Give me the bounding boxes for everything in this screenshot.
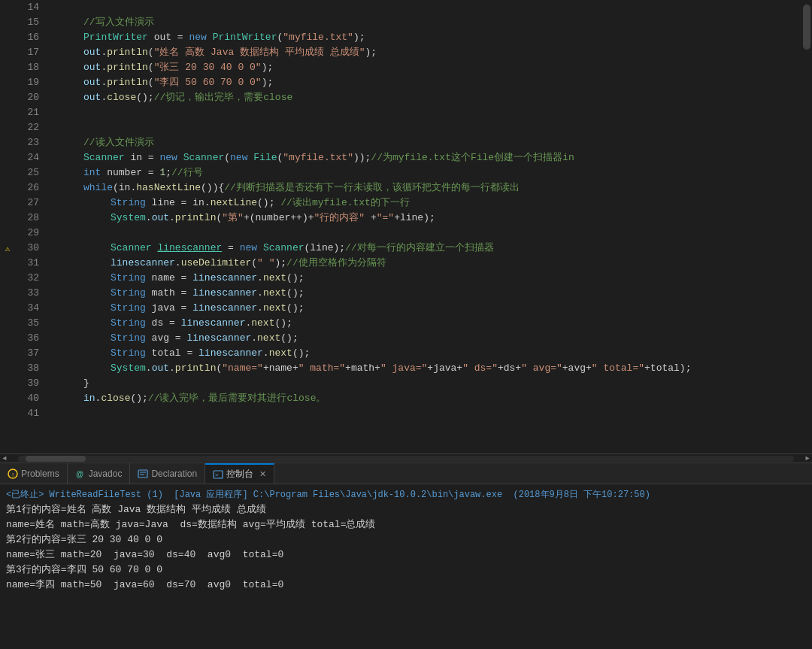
gutter-16 (0, 30, 15, 45)
code-line-40: in.close();//读入完毕，最后需要对其进行close。 (56, 391, 801, 406)
tab-declaration-label: Declaration (151, 469, 197, 479)
code-line-20: out.close();//切记，输出完毕，需要close (56, 90, 801, 105)
gutter-26 (0, 180, 15, 196)
gutter-40 (0, 391, 15, 406)
gutter-39 (0, 376, 15, 391)
gutter-21 (0, 105, 15, 120)
line-num-27: 27 (15, 196, 45, 211)
line-num-36: 36 (15, 331, 45, 346)
gutter-35 (0, 316, 15, 331)
line-num-40: 40 (15, 391, 45, 406)
line-num-30: 30 (15, 241, 45, 256)
code-line-30: Scanner linescanner = new Scanner(line);… (56, 241, 801, 256)
console-line-1: 第1行的内容=姓名 高数 Java 数据结构 平均成绩 总成绩 (6, 502, 806, 517)
gutter-41 (0, 406, 15, 421)
line-num-22: 22 (15, 120, 45, 135)
code-line-37: String total = linescanner.next(); (56, 346, 801, 361)
code-content[interactable]: //写入文件演示 PrintWriter out = new PrintWrit… (53, 0, 801, 453)
gutter-14 (0, 0, 15, 15)
code-line-29 (56, 226, 801, 241)
line-num-14: 14 (15, 0, 45, 15)
gutter-34 (0, 301, 15, 316)
tab-console[interactable]: >_ 控制台 ✕ (205, 463, 274, 484)
pw-class: PrintWriter (83, 30, 148, 45)
code-line-38: System.out.println("name="+name+" math="… (56, 361, 801, 376)
line-num-24: 24 (15, 150, 45, 165)
line-num-32: 32 (15, 271, 45, 286)
gutter-31 (0, 256, 15, 271)
h-scrollbar-thumb[interactable] (26, 456, 86, 462)
gutter-18 (0, 60, 15, 75)
bottom-tab-bar: ! Problems @ Javadoc Declaration >_ 控制台 … (0, 462, 812, 484)
code-line-16: PrintWriter out = new PrintWriter("myfil… (56, 30, 801, 45)
line-num-20: 20 (15, 90, 45, 105)
line-num-38: 38 (15, 361, 45, 376)
gutter-32 (0, 271, 15, 286)
svg-text:>_: >_ (215, 472, 223, 478)
code-line-28: System.out.println("第"+(number++)+"行的内容"… (56, 211, 801, 226)
code-line-21 (56, 105, 801, 120)
line-num-34: 34 (15, 301, 45, 316)
gutter-22 (0, 120, 15, 135)
code-line-35: String ds = linescanner.next(); (56, 316, 801, 331)
line-num-23: 23 (15, 135, 45, 150)
tab-javadoc-label: Javadoc (89, 469, 123, 479)
console-line-5: 第3行的内容=李四 50 60 70 0 0 (6, 563, 806, 578)
tab-javadoc[interactable]: @ Javadoc (68, 463, 131, 484)
gutter-19 (0, 75, 15, 90)
tab-problems-label: Problems (21, 469, 59, 479)
line-num-15: 15 (15, 15, 45, 30)
h-scrollbar-track (18, 456, 794, 462)
code-line-41 (56, 406, 801, 421)
tab-console-close[interactable]: ✕ (259, 469, 266, 479)
code-line-23: //读入文件演示 (56, 135, 801, 150)
horizontal-scrollbar[interactable]: ◄ ► (0, 453, 812, 462)
gutter-29 (0, 226, 15, 241)
code-line-27: String line = in.nextLine(); //读出myfile.… (56, 196, 801, 211)
code-line-31: linescanner.useDelimiter(" ");//使用空格作为分隔… (56, 256, 801, 271)
code-line-18: out.println("张三 20 30 40 0 0"); (56, 60, 801, 75)
code-line-26: while(in.hasNextLine()){//判断扫描器是否还有下一行未读… (56, 180, 801, 196)
code-line-34: String java = linescanner.next(); (56, 301, 801, 316)
line-num-35: 35 (15, 316, 45, 331)
console-tab-icon: >_ (213, 469, 223, 480)
gutter-28 (0, 211, 15, 226)
gutter-23 (0, 135, 15, 150)
line-num-25: 25 (15, 165, 45, 180)
gutter-37 (0, 346, 15, 361)
console-line-3: 第2行的内容=张三 20 30 40 0 0 (6, 532, 806, 547)
line-num-26: 26 (15, 180, 45, 196)
code-line-36: String avg = linescanner.next(); (56, 331, 801, 346)
gutter-24 (0, 150, 15, 165)
line-numbers: 14 15 16 17 18 19 20 21 22 23 24 25 26 2… (15, 0, 53, 453)
scroll-right-arrow[interactable]: ► (803, 454, 812, 463)
line-num-28: 28 (15, 211, 45, 226)
gutter-33 (0, 286, 15, 301)
gutter-30: ⚠ (0, 241, 15, 256)
gutter-27 (0, 196, 15, 211)
code-line-39: } (56, 376, 801, 391)
line-num-33: 33 (15, 286, 45, 301)
scrollbar-thumb[interactable] (803, 5, 810, 50)
code-line-25: int number = 1;//行号 (56, 165, 801, 180)
tab-declaration[interactable]: Declaration (130, 463, 205, 484)
gutter-20 (0, 90, 15, 105)
code-line-32: String name = linescanner.next(); (56, 271, 801, 286)
scroll-left-arrow[interactable]: ◄ (0, 454, 9, 463)
gutter-17 (0, 45, 15, 60)
comment-15: //写入文件演示 (83, 15, 154, 30)
line-num-17: 17 (15, 45, 45, 60)
code-container: ⚠ 14 15 16 17 18 19 (0, 0, 812, 462)
code-line-19: out.println("李四 50 60 70 0 0"); (56, 75, 801, 90)
tab-problems[interactable]: ! Problems (0, 463, 68, 484)
line-num-39: 39 (15, 376, 45, 391)
line-num-21: 21 (15, 105, 45, 120)
line-num-16: 16 (15, 30, 45, 45)
vertical-scrollbar[interactable] (801, 0, 812, 453)
code-editor: ⚠ 14 15 16 17 18 19 (0, 0, 812, 462)
svg-rect-3 (138, 470, 147, 478)
javadoc-tab-icon: @ (75, 469, 86, 479)
code-line-14 (56, 0, 801, 15)
gutter-25 (0, 165, 15, 180)
code-line-24: Scanner in = new Scanner(new File("myfil… (56, 150, 801, 165)
